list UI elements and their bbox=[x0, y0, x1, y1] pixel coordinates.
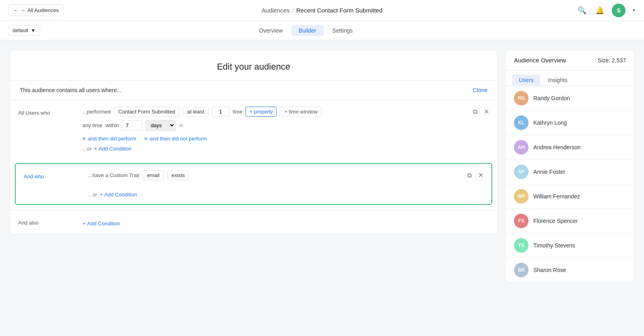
environment-select[interactable]: default ▼ bbox=[8, 25, 40, 36]
condition-block-3: And also + Add Condition bbox=[10, 210, 497, 234]
editor-panel: Edit your audience This audience contain… bbox=[10, 50, 497, 283]
filter-icon-2: ≡ bbox=[144, 136, 148, 142]
copy-condition-2-button[interactable]: ⧉ bbox=[466, 171, 473, 180]
condition-block-1: All Users who ...performed Contact Form … bbox=[10, 100, 497, 158]
condition-content-2: ...have a Custom Trait email exists ⧉ ✕ … bbox=[88, 164, 491, 204]
user-list-item[interactable]: WF William Fernandez bbox=[506, 184, 634, 209]
add-condition-button-3[interactable]: + Add Condition bbox=[83, 221, 120, 227]
breadcrumb-separator: / bbox=[292, 7, 294, 14]
property-btn[interactable]: + property bbox=[246, 107, 277, 117]
user-name: Kathryn Long bbox=[533, 120, 567, 126]
user-name: Timothy Stevens bbox=[533, 242, 575, 249]
user-name: Andrea Henderson bbox=[533, 144, 581, 150]
time-window-btn[interactable]: + time window bbox=[280, 107, 322, 117]
trait-prefix: ...have a Custom Trait bbox=[88, 172, 139, 178]
tab-insights[interactable]: Insights bbox=[542, 74, 574, 86]
then-did-not-perform-button[interactable]: ≡ and then did not perform bbox=[144, 136, 207, 142]
condition-content-3: + Add Condition bbox=[83, 210, 497, 234]
or-text-1: ...or bbox=[83, 146, 91, 152]
condition-label-3: And also bbox=[10, 210, 83, 234]
then-links: ≡ and then did perform ≡ and then did no… bbox=[83, 136, 491, 142]
user-avatar: AH bbox=[514, 140, 528, 155]
user-list-item[interactable]: SR Sharon Rose bbox=[506, 258, 634, 282]
audience-description: This audience contains all users where..… bbox=[20, 87, 122, 93]
back-arrow-icon: ← bbox=[13, 7, 19, 13]
user-avatar: FS bbox=[514, 214, 528, 228]
audience-size: Size: 2,537 bbox=[598, 57, 626, 64]
highlighted-block-wrapper: And who ...have a Custom Trait email exi… bbox=[10, 158, 497, 205]
remove-condition-2-button[interactable]: ✕ bbox=[477, 171, 485, 180]
tab-settings[interactable]: Settings bbox=[325, 25, 360, 36]
plus-icon-2: + bbox=[99, 192, 103, 198]
condition-label-2: And who bbox=[16, 164, 88, 204]
qualifier-pill[interactable]: at least bbox=[183, 107, 208, 117]
breadcrumb-parent[interactable]: Audiences bbox=[262, 7, 290, 14]
add-condition-row-1: ...or + Add Condition bbox=[83, 142, 491, 152]
add-condition-button-1[interactable]: + Add Condition bbox=[94, 146, 131, 152]
env-chevron-icon: ▼ bbox=[31, 27, 36, 33]
time-qualifier: any time bbox=[83, 122, 102, 128]
editor-card: Edit your audience This audience contain… bbox=[10, 50, 497, 234]
add-condition-row-2: ...or + Add Condition bbox=[88, 183, 485, 198]
overview-panel: Audience Overview Size: 2,537 Users Insi… bbox=[506, 50, 634, 283]
editor-title: Edit your audience bbox=[10, 50, 497, 80]
user-list-item[interactable]: AH Andrea Henderson bbox=[506, 135, 634, 160]
trait-row: ...have a Custom Trait email exists ⧉ ✕ bbox=[88, 170, 485, 180]
copy-condition-1-button[interactable]: ⧉ bbox=[471, 107, 479, 116]
performed-row: ...performed Contact Form Submitted at l… bbox=[83, 107, 491, 117]
user-list-item[interactable]: RG Randy Gordon bbox=[506, 86, 634, 111]
search-icon[interactable]: 🔍 bbox=[576, 5, 588, 16]
user-list-item[interactable]: FS Florence Spencer bbox=[506, 209, 634, 233]
performed-prefix: ...performed bbox=[83, 109, 111, 115]
clear-within-button[interactable]: ✕ bbox=[179, 122, 184, 129]
nav-left: ← ← All Audiences bbox=[8, 4, 64, 16]
user-avatar: AF bbox=[514, 165, 528, 179]
back-button[interactable]: ← ← All Audiences bbox=[8, 4, 64, 16]
user-list-item[interactable]: AF Annie Foster bbox=[506, 160, 634, 184]
nav-tabs: Overview Builder Settings bbox=[252, 25, 360, 36]
count-input[interactable] bbox=[212, 107, 229, 117]
user-avatar: SR bbox=[514, 263, 528, 277]
top-nav: ← ← All Audiences Audiences / Recent Con… bbox=[0, 0, 644, 21]
overview-tabs: Users Insights bbox=[506, 70, 634, 86]
bell-icon[interactable]: 🔔 bbox=[594, 5, 605, 16]
trait-name-pill[interactable]: email bbox=[142, 170, 164, 180]
remove-condition-1-button[interactable]: ✕ bbox=[482, 107, 491, 116]
filter-icon-1: ≡ bbox=[83, 136, 86, 142]
then-did-perform-button[interactable]: ≡ and then did perform bbox=[83, 136, 136, 142]
event-pill[interactable]: Contact Form Submitted bbox=[114, 107, 180, 117]
main-content: Edit your audience This audience contain… bbox=[0, 40, 644, 293]
overview-title: Audience Overview bbox=[514, 57, 566, 64]
tab-overview[interactable]: Overview bbox=[252, 25, 290, 36]
avatar[interactable]: S bbox=[612, 4, 625, 17]
user-list-item[interactable]: TS Timothy Stevens bbox=[506, 233, 634, 258]
tab-users[interactable]: Users bbox=[512, 74, 540, 86]
user-avatar: TS bbox=[514, 238, 528, 253]
user-list: RG Randy Gordon KL Kathryn Long AH Andre… bbox=[506, 86, 634, 282]
user-avatar: KL bbox=[514, 115, 528, 130]
or-text-2: ...or bbox=[88, 192, 97, 198]
trait-condition-pill[interactable]: exists bbox=[167, 170, 189, 180]
condition-block-2: And who ...have a Custom Trait email exi… bbox=[15, 163, 492, 205]
user-name: Randy Gordon bbox=[533, 95, 570, 101]
add-condition-row-3: + Add Condition bbox=[83, 216, 491, 227]
add-condition-button-2[interactable]: + Add Condition bbox=[99, 192, 137, 198]
env-label: default bbox=[12, 27, 28, 33]
user-name: Sharon Rose bbox=[533, 267, 566, 273]
condition-label-1: All Users who bbox=[10, 100, 83, 158]
within-value-input[interactable] bbox=[122, 120, 142, 130]
within-row: any time within days hours weeks ✕ bbox=[83, 120, 491, 131]
plus-icon-1: + bbox=[94, 146, 97, 152]
tab-builder[interactable]: Builder bbox=[291, 25, 324, 36]
breadcrumb: Audiences / Recent Contact Form Submitte… bbox=[262, 7, 383, 14]
user-list-item[interactable]: KL Kathryn Long bbox=[506, 111, 634, 135]
nav-right: 🔍 🔔 S ▼ bbox=[576, 4, 636, 17]
user-name: Florence Spencer bbox=[533, 218, 578, 224]
within-unit-select[interactable]: days hours weeks bbox=[145, 120, 175, 131]
condition-content-1: ...performed Contact Form Submitted at l… bbox=[83, 100, 497, 158]
user-avatar: WF bbox=[514, 189, 528, 204]
sub-nav: default ▼ Overview Builder Settings bbox=[0, 21, 644, 40]
avatar-dropdown-icon[interactable]: ▼ bbox=[632, 8, 636, 12]
within-label: within bbox=[105, 122, 119, 128]
clone-button[interactable]: Clone bbox=[473, 87, 487, 93]
